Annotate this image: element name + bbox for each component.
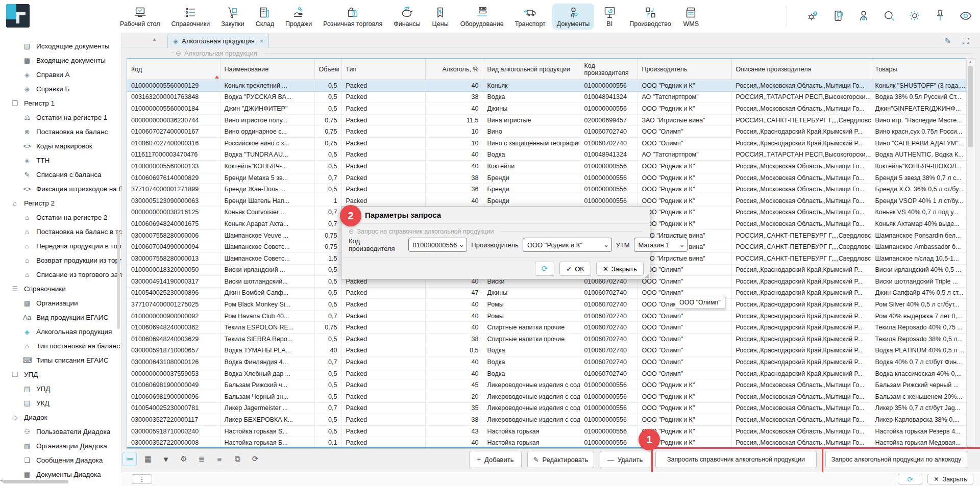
sidebar-item[interactable]: ⌂Остатки на регистре 2 (0, 210, 121, 224)
export-icon[interactable]: ⧉ (231, 452, 244, 466)
menu-item-1[interactable]: Рабочий стол (115, 4, 164, 30)
scroll-up-arrow[interactable]: ▲ (968, 60, 972, 64)
menu-item-13[interactable]: Производство (625, 4, 676, 30)
edit-button[interactable]: ✎ Редактировать (527, 451, 594, 468)
sidebar-item[interactable]: ▦Организации Диадока (0, 439, 121, 453)
table-row[interactable]: 0300005918710000657Водка ТУМАНЫ PLA...40… (127, 345, 967, 356)
brightness-icon[interactable] (908, 9, 922, 23)
table-row[interactable]: 0100000005560000133Коктейль"КОНЬЯЧ-...0,… (127, 161, 967, 172)
grid-view-icon[interactable]: ▦ (141, 452, 155, 466)
column-header[interactable]: Алкоголь, % (425, 59, 483, 80)
sidebar-item[interactable]: ◇Диадок (0, 410, 121, 424)
edit-pencil-icon[interactable]: ✎ (944, 36, 951, 46)
producer-select[interactable]: ООО "Родник и К" ⌄ (523, 238, 612, 252)
sidebar-item[interactable]: ❒Регистр 1 (0, 96, 121, 110)
dialog-refresh-button[interactable]: ⟳ (535, 262, 555, 276)
sidebar-item[interactable]: <>Коды маркировок (0, 139, 121, 153)
list-view-icon[interactable]: ≔ (122, 452, 137, 466)
dialog-ok-button[interactable]: ✓ OK (559, 262, 591, 276)
view-eye-icon[interactable] (959, 9, 973, 23)
sidebar-item[interactable]: ✎Списания с баланса (0, 167, 121, 182)
table-row[interactable]: 0100000005560000184Джин "ДЖИНФИТЕР"0,5Pa… (127, 103, 967, 115)
request-dictionary-button[interactable]: Запросить справочник алкогольной продукц… (655, 451, 817, 468)
refresh-icon[interactable]: ⟳ (249, 452, 262, 466)
close-button[interactable]: ✕ Закрыть (927, 474, 973, 484)
table-row[interactable]: 3771074000001271899Бренди Жан-Поль ...0,… (127, 184, 967, 195)
table-row[interactable]: 0100606976140000829Бренди Metaxa 5 зв...… (127, 172, 967, 184)
request-by-alcocode-button[interactable]: Запрос алкогольной продукции по алкокоду (825, 451, 967, 468)
sidebar-item[interactable]: ▤Исходящие документы (0, 39, 121, 53)
fullscreen-icon[interactable] (962, 37, 970, 47)
utm-select[interactable]: Магазин 1 ⌄ (634, 238, 688, 252)
sidebar-item[interactable]: ▤Документы Диадока (0, 467, 121, 481)
table-row[interactable]: 0031632000001763848Водка "РУССКАЯ ВА...0… (127, 91, 967, 103)
menu-item-7[interactable]: Финансы (389, 4, 425, 30)
column-header[interactable]: Производитель (638, 59, 731, 80)
menu-item-14[interactable]: WMS (678, 4, 704, 30)
column-header[interactable]: Вид алкогольной продукции (483, 59, 580, 80)
table-row[interactable]: 0100000000900000092Ром Havana Club 40...… (127, 310, 967, 322)
menu-item-12[interactable]: BI (596, 4, 623, 30)
sidebar-item[interactable]: ▤Входящие документы (0, 53, 121, 67)
sidebar-item[interactable]: ❒УПД (0, 367, 121, 381)
table-row[interactable]: 0300003527220000117Ликер БЕХЕРОВКА К...0… (127, 414, 967, 426)
table-row[interactable]: 0100540025230000781Ликер Jagermeister ..… (127, 402, 967, 414)
menu-item-9[interactable]: Оборудование (456, 4, 508, 30)
sidebar-scroll-left-arrow[interactable]: ◂ (0, 477, 3, 483)
sidebar-horizontal-scrollbar[interactable] (3, 480, 68, 483)
menu-item-8[interactable]: Цены (427, 4, 454, 30)
scrollbar-thumb[interactable] (968, 66, 973, 147)
sidebar-item[interactable]: ☰Справочники (0, 282, 121, 296)
indent-list-icon[interactable]: ≡ (213, 452, 226, 466)
menu-item-4[interactable]: Склад (251, 4, 279, 30)
support-chat-icon[interactable] (831, 9, 845, 23)
column-header[interactable]: Код производителя (580, 59, 638, 80)
table-row[interactable]: 0100606948240003629Текила SIERRA Repo...… (127, 334, 967, 345)
sidebar-item[interactable]: ◈Справки А (0, 67, 121, 82)
table-row[interactable]: 0000000000037559053Водка Хлебный дар ...… (127, 368, 967, 379)
sidebar-item[interactable]: ⌂Тип постановки на баланс i (0, 339, 121, 353)
table-row[interactable]: 0100606948240000362Текила ESPOLON RE...0… (127, 322, 967, 334)
tab-close-icon[interactable]: × (260, 38, 263, 45)
dialog-close-button[interactable]: ✕ Закрыть (596, 262, 644, 276)
column-header[interactable]: Наименование (220, 59, 314, 80)
column-header[interactable]: Объем (314, 59, 341, 80)
table-row[interactable]: 0116117000003470476Водка "TUNDRA AU...0,… (127, 149, 967, 161)
sidebar-item[interactable]: ⌂Возврат продукции из торг (0, 253, 121, 267)
sidebar-vertical-scrollbar[interactable] (117, 232, 120, 329)
profile-lock-icon[interactable] (856, 9, 871, 23)
menu-item-6[interactable]: Розничная торговля (318, 4, 387, 30)
sidebar-item[interactable]: ⌂Списание из торгового зал (0, 267, 121, 282)
table-row[interactable]: 0100606981900000096Бальзам Черный зн...0… (127, 391, 967, 403)
delete-button[interactable]: — Удалить (600, 451, 650, 468)
table-row[interactable]: 0000000000036230744Вино игристое полу...… (127, 114, 967, 126)
sidebar-item[interactable]: ⌂Регистр 2 (0, 196, 121, 210)
more-options-button[interactable]: ⋮ (132, 474, 152, 484)
sidebar-item[interactable]: ◈ТТН (0, 153, 121, 167)
sidebar-item[interactable]: ▤УКД (0, 396, 121, 410)
refresh-button[interactable]: ⟳ (898, 474, 922, 484)
table-row[interactable]: 0100607027400000316Российское вино с з..… (127, 137, 967, 149)
table-row[interactable]: 0300005918710000240Настойка горькая S...… (127, 425, 967, 437)
sidebar-item[interactable]: ⊜Постановка на баланс (0, 124, 121, 139)
gear-icon[interactable]: ⚙ (177, 452, 190, 466)
collapse-circle-icon[interactable]: ⊖ (176, 49, 181, 57)
table-row[interactable]: 0100000005560000129Коньяк трехлетний ...… (127, 80, 967, 92)
sidebar-item[interactable]: ◈Справки Б (0, 82, 121, 96)
add-button[interactable]: + Добавить (469, 451, 522, 468)
menu-item-11[interactable]: Документы (552, 4, 594, 30)
table-row[interactable]: 0300006431080000126Водка Финляндия 4...0… (127, 356, 967, 368)
table-row[interactable]: 0100606981900000049Бальзам Рижский ч...0… (127, 379, 967, 391)
sidebar-item[interactable]: AaВид продукции ЕГАИС (0, 310, 121, 324)
column-header[interactable]: Товары (871, 59, 967, 80)
tab-alcohol-products[interactable]: ◈ Алкогольная продукция × (167, 34, 269, 48)
filter-icon[interactable]: ▼ (159, 452, 173, 466)
sidebar-item[interactable]: ⚖Остатки на регистре 1 (0, 110, 121, 124)
collapse-arrow-icon[interactable]: ▲ (152, 37, 157, 42)
collapse-circle-icon[interactable]: ⊖ (349, 227, 354, 235)
table-row[interactable]: 0100540025230000896Джин Бомбей Сапф...0,… (127, 287, 967, 299)
resize-grip[interactable]: ◢ (645, 272, 649, 279)
sidebar-item[interactable]: ⚇Пользователи Диадока (0, 424, 121, 439)
sidebar-item[interactable]: ▤УПД (0, 381, 121, 396)
column-header[interactable]: Тип (341, 59, 425, 80)
